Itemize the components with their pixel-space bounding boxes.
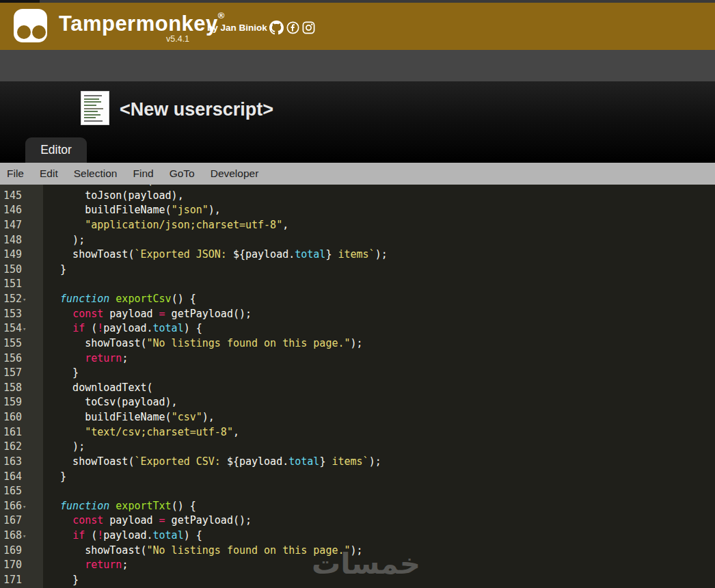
github-icon[interactable] [269,21,284,35]
code-line[interactable]: 160 buildFileName("csv"), [0,410,715,425]
line-number[interactable]: 168 [3,529,22,544]
code-text: buildFileName("csv"), [48,410,215,425]
line-number[interactable]: 171 [3,573,22,588]
code-text: "text/csv;charset=utf-8", [48,425,239,440]
code-text: downloadText( [48,381,153,396]
menu-item-file[interactable]: File [7,168,24,180]
code-line[interactable]: 148 ); [0,233,715,248]
code-line[interactable]: 147 "application/json;charset=utf-8", [0,218,715,233]
line-number[interactable]: 160 [3,410,22,425]
app-header: Tampermonkey® by Jan Biniok v5.4.1 [0,3,715,50]
code-text: ); [48,233,85,248]
code-line[interactable]: 164 } [0,470,715,485]
facebook-icon[interactable] [286,21,299,34]
code-line[interactable]: 150 } [0,263,715,278]
line-number[interactable]: 155 [3,336,22,351]
code-line[interactable]: 154▾ if (!payload.total) { [0,321,715,336]
line-number[interactable]: 161 [3,425,22,440]
line-number[interactable]: 166 [3,499,22,514]
menu-item-goto[interactable]: GoTo [170,168,195,180]
script-banner: <New userscript> Editor [0,81,715,163]
code-text: function exportTxt() { [48,499,196,514]
code-text: toJson(payload), [48,189,184,204]
code-text: } [48,263,66,278]
fold-arrow-icon[interactable]: ▾ [23,500,26,515]
version-label: v5.4.1 [166,34,189,44]
code-line[interactable]: 165 [0,484,715,499]
code-text: if (!payload.total) { [48,529,202,544]
line-number[interactable]: 169 [3,544,22,559]
code-line[interactable]: 166▾ function exportTxt() { [0,499,715,514]
app-title: Tampermonkey® [59,10,225,36]
line-number[interactable]: 150 [3,263,22,278]
fold-arrow-icon[interactable]: ▾ [23,293,26,308]
line-number[interactable]: 167 [3,513,22,529]
code-line[interactable]: 152▾ function exportCsv() { [0,292,715,307]
code-text: return; [48,351,128,366]
code-line[interactable]: 151 [0,277,715,292]
fold-arrow-icon[interactable]: ▾ [23,529,26,544]
line-number[interactable]: 163 [3,455,22,470]
code-text: const payload = getPayload(); [48,307,252,322]
app-title-text: Tampermonkey [59,12,218,36]
code-text: return; [48,558,128,573]
menu-item-selection[interactable]: Selection [74,168,118,180]
line-number[interactable]: 149 [3,248,22,263]
line-number[interactable]: 157 [3,366,22,381]
line-number[interactable]: 151 [3,277,22,292]
code-text: function exportCsv() { [48,292,196,307]
code-line[interactable]: 157 } [0,366,715,381]
code-line[interactable]: 158 downloadText( [0,381,715,396]
code-text: toCsv(payload), [48,395,178,410]
code-line[interactable]: 161 "text/csv;charset=utf-8", [0,425,715,440]
code-lines[interactable]: 144 downloadText(145 toJson(payload),146… [0,185,715,588]
line-number[interactable]: 153 [3,307,22,322]
code-line[interactable]: 155 showToast("No listings found on this… [0,336,715,351]
code-text: const payload = getPayload(); [48,513,252,529]
line-number[interactable]: 159 [3,395,22,410]
line-number[interactable]: 146 [3,203,22,218]
line-number[interactable]: 147 [3,218,22,233]
code-line[interactable]: 163 showToast(`Exported CSV: ${payload.t… [0,455,715,470]
menu-item-find[interactable]: Find [133,168,153,180]
fold-arrow-icon[interactable]: ▾ [23,322,26,337]
author-byline: by Jan Biniok [207,23,267,33]
line-number[interactable]: 148 [3,233,22,248]
instagram-icon[interactable] [302,21,315,34]
line-number[interactable]: 152 [3,292,22,307]
tampermonkey-options-page: Tampermonkey® by Jan Biniok v5.4.1 <New … [0,0,715,588]
code-text: showToast(`Exported JSON: ${payload.tota… [48,248,388,263]
code-line[interactable]: 149 showToast(`Exported JSON: ${payload.… [0,248,715,263]
logo-right-circle [32,25,46,39]
social-links [269,21,315,35]
menu-item-edit[interactable]: Edit [40,168,58,180]
line-number[interactable]: 164 [3,470,22,485]
code-line[interactable]: 153 const payload = getPayload(); [0,307,715,322]
code-line[interactable]: 162 ); [0,440,715,455]
subheader-band [0,50,715,81]
line-number[interactable]: 162 [3,440,22,455]
khamsat-watermark: خمسات [312,547,420,580]
line-number[interactable]: 165 [3,484,22,499]
code-editor[interactable]: 144 downloadText(145 toJson(payload),146… [0,185,715,588]
code-text: showToast(`Exported CSV: ${payload.total… [48,455,381,470]
code-line[interactable]: 145 toJson(payload), [0,189,715,204]
code-text: ); [48,440,85,455]
code-line[interactable]: 156 return; [0,351,715,366]
line-number[interactable]: 158 [3,381,22,396]
logo-left-circle [17,25,31,39]
code-line[interactable]: 159 toCsv(payload), [0,395,715,410]
line-number[interactable]: 145 [3,189,22,204]
tab-editor[interactable]: Editor [25,137,87,163]
registered-mark: ® [218,10,225,21]
menu-item-developer[interactable]: Developer [211,168,259,180]
code-line[interactable]: 146 buildFileName("json"), [0,203,715,218]
line-number[interactable]: 170 [3,558,22,573]
code-line[interactable]: 168▾ if (!payload.total) { [0,529,715,544]
code-text: buildFileName("json"), [48,203,221,218]
code-text: } [48,573,79,588]
code-line[interactable]: 167 const payload = getPayload(); [0,513,715,529]
line-number[interactable]: 154 [3,321,22,336]
code-text: showToast("No listings found on this pag… [48,336,363,351]
line-number[interactable]: 156 [3,351,22,366]
